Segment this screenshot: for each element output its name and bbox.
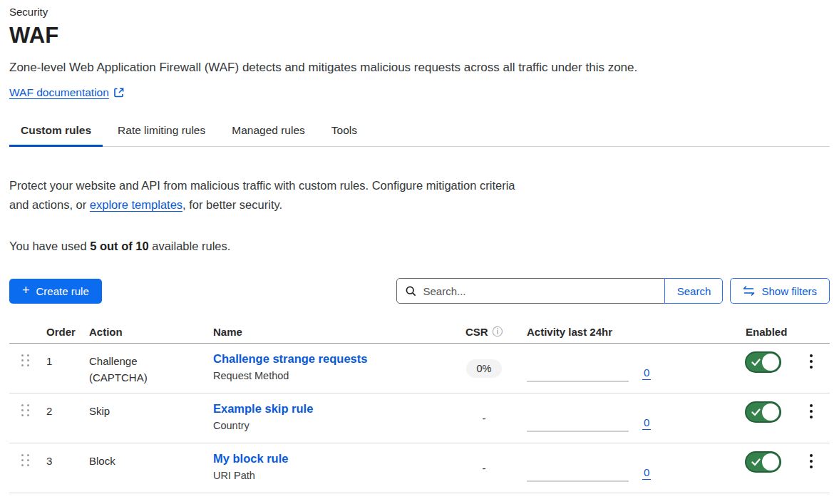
rule-order: 2 xyxy=(46,394,89,443)
page-title: WAF xyxy=(9,23,830,48)
usage-prefix: You have used xyxy=(9,240,90,252)
toggle-knob xyxy=(762,403,779,421)
table-row: 3 Block My block rule URI Path - 0 xyxy=(9,443,830,493)
usage-count: 5 out of 10 xyxy=(90,240,149,252)
header-csr-label: CSR xyxy=(465,326,488,338)
activity-cell: 0 xyxy=(517,443,741,493)
activity-sparkline xyxy=(527,480,629,482)
enabled-toggle[interactable] xyxy=(745,451,781,473)
activity-cell: 0 xyxy=(517,344,741,393)
header-csr: CSR ⓘ xyxy=(451,325,517,339)
intro-paragraph: Protect your website and API from malici… xyxy=(9,176,523,215)
kebab-menu-icon[interactable] xyxy=(805,353,817,393)
checkmark-icon xyxy=(751,458,761,466)
checkmark-icon xyxy=(751,408,761,416)
rule-action-line1: Block xyxy=(89,455,213,467)
activity-cell: 0 xyxy=(517,394,741,443)
checkmark-icon xyxy=(751,359,761,366)
create-rule-label: Create rule xyxy=(36,285,89,297)
show-filters-label: Show filters xyxy=(761,285,817,297)
activity-sparkline xyxy=(527,381,629,382)
plus-icon: + xyxy=(22,284,30,297)
waf-documentation-label: WAF documentation xyxy=(9,86,109,99)
drag-handle-icon[interactable] xyxy=(21,454,29,493)
search-group: Search Show filters xyxy=(396,278,830,304)
header-order: Order xyxy=(46,326,89,338)
info-icon[interactable]: ⓘ xyxy=(493,325,503,339)
header-action: Action xyxy=(89,326,213,338)
rule-name-link[interactable]: My block rule xyxy=(213,452,288,465)
rules-table: Order Action Name CSR ⓘ Activity last 24… xyxy=(9,320,830,493)
waf-documentation-link[interactable]: WAF documentation xyxy=(9,86,124,99)
rule-action-line1: Skip xyxy=(89,405,213,417)
rule-action-line1: Challenge xyxy=(89,355,213,367)
search-icon xyxy=(406,286,416,297)
activity-count-link[interactable]: 0 xyxy=(642,467,651,480)
show-filters-button[interactable]: Show filters xyxy=(730,278,830,304)
header-activity: Activity last 24hr xyxy=(517,326,741,338)
usage-suffix: available rules. xyxy=(149,240,231,252)
table-row: 1 Challenge (CAPTCHA) Challenge strange … xyxy=(9,344,830,394)
rule-order: 1 xyxy=(46,344,89,393)
rule-field: URI Path xyxy=(213,470,451,481)
enabled-toggle[interactable] xyxy=(745,351,781,373)
rule-action-line2: (CAPTCHA) xyxy=(89,371,213,384)
search-input[interactable] xyxy=(423,285,664,297)
breadcrumb: Security xyxy=(9,0,830,18)
kebab-menu-icon[interactable] xyxy=(805,453,817,493)
toolbar: + Create rule Search Show filters xyxy=(9,278,830,304)
swap-arrows-icon xyxy=(743,286,755,296)
page-description: Zone-level Web Application Firewall (WAF… xyxy=(9,61,830,75)
explore-templates-link[interactable]: explore templates xyxy=(90,198,182,211)
tab-rate-limiting-rules[interactable]: Rate limiting rules xyxy=(106,117,217,146)
toggle-knob xyxy=(762,354,779,371)
waf-page: Security WAF Zone-level Web Application … xyxy=(0,0,839,504)
csr-empty-value: - xyxy=(483,462,486,474)
enabled-toggle[interactable] xyxy=(745,401,781,423)
rule-field: Request Method xyxy=(213,370,451,381)
rule-action: Skip xyxy=(89,394,213,443)
external-link-icon xyxy=(114,88,124,98)
rule-name-cell: Challenge strange requests Request Metho… xyxy=(213,344,451,393)
csr-empty-value: - xyxy=(483,412,486,424)
table-row: 2 Skip Example skip rule Country - 0 xyxy=(9,394,830,443)
header-name: Name xyxy=(213,326,451,338)
search-button[interactable]: Search xyxy=(664,278,723,304)
rule-name-link[interactable]: Challenge strange requests xyxy=(213,352,367,365)
rule-field: Country xyxy=(213,420,451,431)
activity-sparkline xyxy=(527,431,629,432)
rule-action: Block xyxy=(89,443,213,493)
header-enabled: Enabled xyxy=(741,326,793,338)
search-box xyxy=(396,278,665,304)
rule-action: Challenge (CAPTCHA) xyxy=(89,344,213,393)
activity-count-link[interactable]: 0 xyxy=(642,417,651,430)
activity-count-link[interactable]: 0 xyxy=(642,367,651,380)
tab-managed-rules[interactable]: Managed rules xyxy=(220,117,316,146)
tab-custom-rules[interactable]: Custom rules xyxy=(9,117,103,146)
table-header: Order Action Name CSR ⓘ Activity last 24… xyxy=(9,320,830,344)
kebab-menu-icon[interactable] xyxy=(805,403,817,443)
rule-order: 3 xyxy=(46,443,89,493)
rule-name-cell: My block rule URI Path xyxy=(213,443,451,493)
drag-handle-icon[interactable] xyxy=(21,354,29,393)
rule-name-cell: Example skip rule Country xyxy=(213,394,451,443)
tab-bar: Custom rules Rate limiting rules Managed… xyxy=(9,117,830,147)
csr-badge: 0% xyxy=(466,359,503,378)
usage-summary: You have used 5 out of 10 available rule… xyxy=(9,240,830,253)
rule-name-link[interactable]: Example skip rule xyxy=(213,402,313,415)
intro-text-after: , for better security. xyxy=(182,198,282,211)
tab-tools[interactable]: Tools xyxy=(320,117,369,146)
create-rule-button[interactable]: + Create rule xyxy=(9,279,102,304)
toggle-knob xyxy=(762,453,779,470)
drag-handle-icon[interactable] xyxy=(21,404,29,443)
